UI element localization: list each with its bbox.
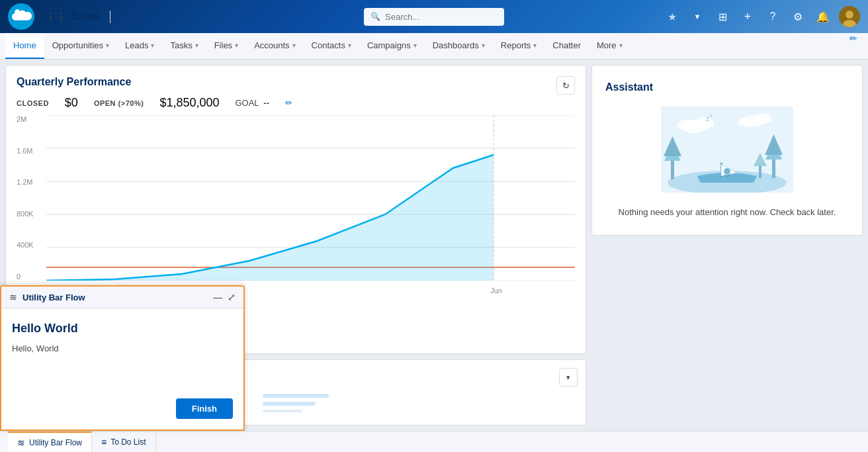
open-value: $1,850,000 — [159, 96, 219, 110]
edit-nav-icon[interactable]: ✏ — [844, 33, 863, 59]
svg-rect-21 — [772, 158, 775, 178]
chevron-down-icon: ▾ — [235, 42, 238, 49]
chevron-down-icon: ▾ — [482, 42, 485, 49]
chart-canvas — [46, 115, 575, 281]
chevron-down-icon: ▾ — [195, 42, 198, 49]
chevron-down-icon: ▾ — [348, 42, 351, 49]
tab-contacts[interactable]: Contacts ▾ — [304, 33, 359, 59]
tab-leads[interactable]: Leads ▾ — [117, 33, 162, 59]
popup-flow-icon: ≋ — [9, 292, 17, 302]
chevron-down-icon: ▾ — [533, 42, 537, 49]
tab-opportunities[interactable]: Opportunities ▾ — [44, 33, 117, 59]
tab-tasks[interactable]: Tasks ▾ — [162, 33, 206, 59]
search-icon: 🔍 — [370, 12, 380, 21]
svg-rect-13 — [263, 402, 316, 406]
popup-header-icons: — ⤢ — [213, 292, 236, 302]
settings-gear-icon[interactable]: ⚙ — [789, 7, 807, 26]
chevron-down-icon: ▾ — [106, 42, 109, 49]
svg-point-34 — [724, 168, 730, 175]
tasks-dropdown-button[interactable]: ▾ — [559, 368, 578, 386]
bell-icon[interactable]: 🔔 — [814, 7, 832, 26]
popout-icon[interactable]: ⤢ — [228, 292, 236, 302]
favorites-icon[interactable]: ★ — [663, 7, 681, 26]
svg-point-30 — [755, 113, 772, 124]
chart-area: 2M 1.6M 1.2M 800K 400K 0 — [17, 115, 575, 300]
assistant-title: Assistant — [605, 81, 849, 93]
chevron-down-icon: ▾ — [151, 42, 154, 49]
list-icon: ≡ — [101, 437, 107, 447]
svg-point-27 — [694, 117, 714, 129]
tab-accounts[interactable]: Accounts ▾ — [246, 33, 303, 59]
svg-rect-14 — [263, 410, 302, 412]
popup-header: ≋ Utility Bar Flow — ⤢ — [1, 287, 243, 308]
closed-value: $0 — [65, 96, 78, 110]
svg-rect-24 — [759, 165, 761, 178]
search-bar: 🔍 — [364, 8, 504, 26]
assistant-message: Nothing needs your attention right now. … — [605, 206, 849, 219]
goal-label: GOAL -- — [235, 98, 269, 108]
refresh-button[interactable]: ↻ — [556, 76, 575, 95]
help-icon[interactable]: ? — [763, 7, 782, 26]
svg-point-31 — [738, 118, 754, 127]
right-panel: Assistant — [591, 65, 863, 426]
flow-title: Hello World — [12, 322, 233, 336]
tab-more[interactable]: More ▾ — [589, 33, 630, 59]
tab-files[interactable]: Files ▾ — [206, 33, 246, 59]
closed-label: CLOSED — [17, 99, 49, 107]
tab-home[interactable]: Home — [5, 33, 44, 59]
tab-campaigns[interactable]: Campaigns ▾ — [359, 33, 425, 59]
minimize-icon[interactable]: — — [213, 292, 222, 302]
waffle-icon[interactable]: ⋮⋮ — [45, 11, 66, 23]
app-name: ⋮⋮ Sales — [40, 11, 110, 23]
popup-body: Hello World Hello, World — [1, 308, 243, 393]
tab-reports[interactable]: Reports ▾ — [493, 33, 545, 59]
popup-footer: Finish — [1, 393, 243, 429]
svg-text:z: z — [706, 115, 709, 122]
add-icon[interactable]: + — [738, 7, 757, 26]
utility-item-todo[interactable]: ≡ To Do List — [92, 431, 156, 452]
quarterly-stats: CLOSED $0 OPEN (>70%) $1,850,000 GOAL --… — [17, 96, 575, 110]
svg-marker-10 — [46, 155, 494, 281]
avatar[interactable] — [839, 6, 860, 27]
utility-item-flow[interactable]: ≋ Utility Bar Flow — [8, 431, 92, 452]
salesforce-logo[interactable] — [8, 3, 34, 30]
utility-popup: ≋ Utility Bar Flow — ⤢ Hello World Hello… — [0, 285, 245, 431]
tab-dashboards[interactable]: Dashboards ▾ — [425, 33, 493, 59]
assistant-illustration: z z — [661, 107, 793, 193]
edit-goal-icon[interactable]: ✏ — [285, 98, 292, 108]
setup-icon[interactable]: ⊞ — [713, 7, 732, 26]
utility-bar: ≋ Utility Bar Flow ≡ To Do List — [0, 431, 868, 452]
chevron-down-icon: ▾ — [413, 42, 417, 49]
popup-header-title: Utility Bar Flow — [22, 293, 208, 302]
finish-button[interactable]: Finish — [176, 398, 233, 419]
favorites-dropdown-icon[interactable]: ▼ — [688, 7, 707, 26]
quarterly-performance-title: Quarterly Performance — [17, 76, 575, 88]
svg-text:z: z — [710, 113, 713, 118]
search-input[interactable] — [364, 8, 504, 26]
chart-y-axis: 2M 1.6M 1.2M 800K 400K 0 — [17, 115, 46, 281]
flow-text: Hello, World — [12, 343, 233, 353]
chevron-down-icon: ▾ — [619, 42, 623, 49]
svg-point-1 — [846, 11, 853, 19]
svg-rect-12 — [263, 394, 329, 398]
tab-chatter[interactable]: Chatter — [544, 33, 589, 59]
tab-bar: Home Opportunities ▾ Leads ▾ Tasks ▾ Fil… — [0, 33, 868, 60]
svg-rect-18 — [671, 159, 674, 179]
svg-point-28 — [677, 120, 695, 130]
nav-icons: ★ ▼ ⊞ + ? ⚙ 🔔 — [663, 6, 860, 27]
top-nav: ⋮⋮ Sales 🔍 ★ ▼ ⊞ + ? ⚙ 🔔 — [0, 0, 868, 33]
chevron-down-icon: ▾ — [292, 42, 296, 49]
assistant-card: Assistant — [591, 65, 863, 236]
flow-icon: ≋ — [17, 437, 25, 448]
open-label: OPEN (>70%) — [94, 99, 144, 107]
